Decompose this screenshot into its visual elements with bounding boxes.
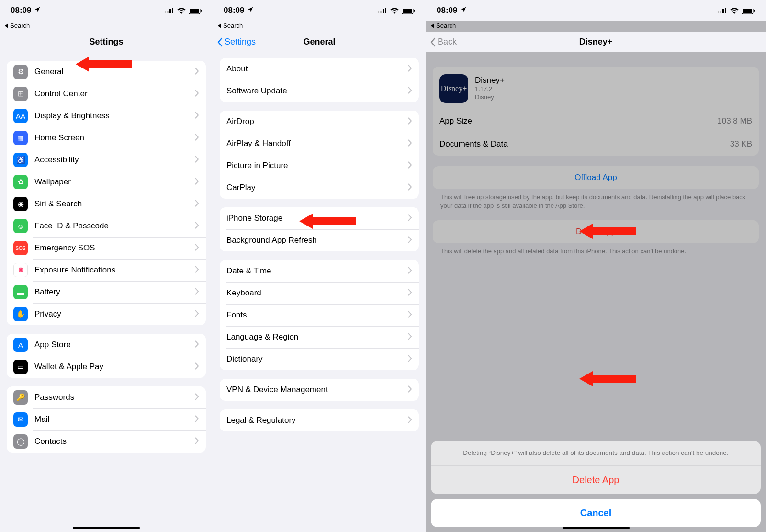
- wifi-icon: [177, 8, 186, 14]
- svg-rect-20: [754, 10, 755, 12]
- row-label: General: [34, 61, 195, 82]
- general-row-keyboard[interactable]: Keyboard: [220, 282, 419, 304]
- info-row: Documents & Data33 KB: [433, 133, 759, 156]
- row-label: Picture in Picture: [226, 155, 408, 176]
- breadcrumb-back-search[interactable]: Search: [0, 21, 213, 32]
- svg-rect-1: [167, 11, 169, 13]
- chevron-right-icon: [195, 222, 199, 231]
- general-row-lang-region[interactable]: Language & Region: [220, 326, 419, 348]
- wallet-icon: ▭: [13, 360, 28, 374]
- chevron-right-icon: [195, 437, 199, 446]
- chevron-right-icon: [195, 340, 199, 350]
- settings-row-accessibility[interactable]: ♿Accessibility: [7, 149, 206, 171]
- home-indicator[interactable]: [73, 527, 140, 529]
- settings-row-wallpaper[interactable]: ✿Wallpaper: [7, 171, 206, 193]
- general-row-about[interactable]: About: [220, 58, 419, 80]
- general-row-dictionary[interactable]: Dictionary: [220, 348, 419, 370]
- general-row-date-time[interactable]: Date & Time: [220, 260, 419, 282]
- chevron-right-icon: [408, 267, 412, 276]
- settings-row-contacts[interactable]: ◯Contacts: [7, 430, 206, 453]
- battery-icon: [402, 8, 415, 14]
- nav-bar: Back Disney+: [426, 32, 766, 52]
- status-time: 08:09: [224, 6, 244, 15]
- location-icon: [247, 6, 254, 15]
- settings-row-wallet[interactable]: ▭Wallet & Apple Pay: [7, 356, 206, 378]
- chevron-right-icon: [195, 362, 199, 372]
- sheet-cancel-button[interactable]: Cancel: [431, 499, 761, 527]
- chevron-right-icon: [195, 288, 199, 297]
- breadcrumb-back-search[interactable]: Search: [426, 21, 766, 32]
- back-triangle-icon: [431, 23, 434, 28]
- general-row-fonts[interactable]: Fonts: [220, 304, 419, 326]
- svg-rect-19: [743, 9, 752, 13]
- chevron-right-icon: [195, 112, 199, 121]
- chevron-left-icon: [430, 37, 436, 47]
- breadcrumb-back-search[interactable]: Search: [213, 21, 426, 32]
- settings-row-display-brightness[interactable]: AADisplay & Brightness: [7, 105, 206, 127]
- control-center-icon: ⊞: [13, 87, 28, 101]
- settings-row-battery[interactable]: ▬Battery: [7, 281, 206, 303]
- location-icon: [460, 6, 467, 15]
- display-brightness-icon: AA: [13, 109, 28, 123]
- settings-row-general[interactable]: ⚙General: [7, 61, 206, 83]
- settings-row-emergency-sos[interactable]: SOSEmergency SOS: [7, 237, 206, 259]
- delete-app-button[interactable]: Delete App: [433, 220, 759, 243]
- settings-row-passwords[interactable]: 🔑Passwords: [7, 386, 206, 408]
- general-icon: ⚙: [13, 65, 28, 79]
- privacy-icon: ✋: [13, 307, 28, 321]
- settings-row-home-screen[interactable]: ▦Home Screen: [7, 127, 206, 149]
- row-label: Display & Brightness: [34, 105, 195, 126]
- general-row-airplay-handoff[interactable]: AirPlay & Handoff: [220, 133, 419, 155]
- settings-row-siri-search[interactable]: ◉Siri & Search: [7, 193, 206, 215]
- chevron-right-icon: [408, 65, 412, 74]
- chevron-right-icon: [408, 236, 412, 245]
- general-row-legal[interactable]: Legal & Regulatory: [220, 409, 419, 431]
- row-label: Battery: [34, 282, 195, 303]
- settings-row-privacy[interactable]: ✋Privacy: [7, 303, 206, 325]
- chevron-right-icon: [195, 310, 199, 319]
- svg-rect-5: [190, 9, 199, 13]
- battery-icon: [742, 8, 755, 14]
- general-row-bg-refresh[interactable]: Background App Refresh: [220, 229, 419, 251]
- chevron-right-icon: [195, 68, 199, 77]
- general-row-pip[interactable]: Picture in Picture: [220, 155, 419, 177]
- general-row-software-update[interactable]: Software Update: [220, 80, 419, 102]
- wifi-icon: [730, 8, 739, 14]
- status-icons: [378, 8, 415, 14]
- page-title: Settings: [89, 37, 123, 47]
- settings-row-app-store[interactable]: AApp Store: [7, 334, 206, 356]
- status-bar: 08:09: [0, 0, 213, 21]
- row-label: Passwords: [34, 387, 195, 408]
- chevron-left-icon: [217, 37, 223, 47]
- nav-back-button[interactable]: Settings: [217, 37, 256, 47]
- status-bar: 08:09: [213, 0, 426, 21]
- svg-rect-12: [403, 9, 412, 13]
- general-list[interactable]: AboutSoftware Update AirDropAirPlay & Ha…: [213, 52, 426, 532]
- chevron-right-icon: [195, 134, 199, 143]
- offload-app-button[interactable]: Offload App: [433, 166, 759, 189]
- chevron-right-icon: [408, 355, 412, 364]
- nav-bar: Settings General: [213, 32, 426, 52]
- sheet-delete-button[interactable]: Delete App: [431, 465, 761, 494]
- settings-row-mail[interactable]: ✉Mail: [7, 408, 206, 430]
- svg-rect-9: [383, 9, 384, 13]
- home-indicator[interactable]: [563, 527, 630, 529]
- row-label: Dictionary: [226, 349, 408, 370]
- action-sheet: Deleting “Disney+” will also delete all …: [431, 441, 761, 527]
- row-label: Home Screen: [34, 127, 195, 148]
- info-value: 103.8 MB: [717, 116, 752, 126]
- contacts-icon: ◯: [13, 434, 28, 449]
- settings-row-faceid[interactable]: ☺Face ID & Passcode: [7, 215, 206, 237]
- svg-rect-6: [201, 10, 202, 12]
- settings-list[interactable]: ⚙General⊞Control CenterAADisplay & Brigh…: [0, 52, 213, 532]
- settings-row-control-center[interactable]: ⊞Control Center: [7, 83, 206, 105]
- row-label: Accessibility: [34, 149, 195, 170]
- general-row-iphone-storage[interactable]: iPhone Storage: [220, 207, 419, 229]
- general-row-carplay[interactable]: CarPlay: [220, 177, 419, 199]
- general-row-airdrop[interactable]: AirDrop: [220, 111, 419, 133]
- general-row-vpn-device[interactable]: VPN & Device Management: [220, 379, 419, 401]
- nav-back-button[interactable]: Back: [430, 37, 457, 47]
- row-label: Siri & Search: [34, 193, 195, 215]
- row-label: Face ID & Passcode: [34, 215, 195, 237]
- settings-row-exposure[interactable]: ✺Exposure Notifications: [7, 259, 206, 281]
